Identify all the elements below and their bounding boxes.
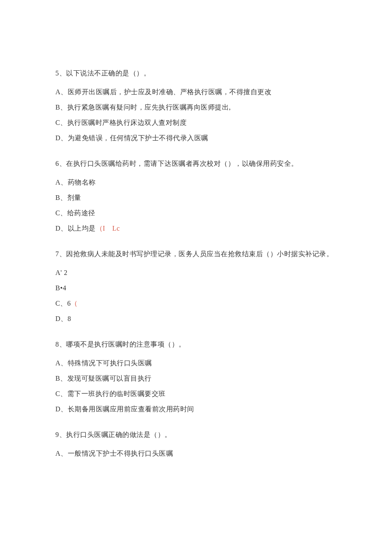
question-stem: 8、哪项不是执行医嘱时的注意事项（）。 [55,339,337,350]
option-a: A、药物名称 [55,177,337,188]
option-d: D、8 [55,314,337,324]
option-c-prefix: C、6 [55,300,71,307]
question-6: 6、在执行口头医嘱给药时，需请下达医嘱者再次校对（），以确保用药安全。 A、药物… [55,159,337,234]
question-8: 8、哪项不是执行医嘱时的注意事项（）。 A、特殊情况下可执行口头医嘱 B、发现可… [55,339,337,414]
option-d: D、长期备用医嘱应用前应查看前次用药时间 [55,404,337,414]
option-d: D、以上均是（I Lc [55,223,337,234]
option-c: C、执行医嘱时严格执行床边双人查对制度 [55,118,337,128]
document-page: 5、以下说法不正确的是（）。 A、医师开出医嘱后，护士应及时准确、严格执行医嘱，… [0,0,392,555]
option-d-prefix: D、以上均是 [55,225,96,232]
option-a: A' 2 [55,268,337,278]
option-a: A、一般情况下护士不得执行口头医嘱 [55,448,337,459]
option-a: A、医师开出医嘱后，护士应及时准确、严格执行医嘱，不得擅自更改 [55,87,337,97]
question-stem: 7、因抢救病人未能及时书写护理记录，医务人员应当在抢救结束后（）小时据实补记录。 [55,249,337,259]
question-stem: 9、执行口头医嘱正确的做法是（）。 [55,430,337,440]
question-7: 7、因抢救病人未能及时书写护理记录，医务人员应当在抢救结束后（）小时据实补记录。… [55,249,337,324]
question-5: 5、以下说法不正确的是（）。 A、医师开出医嘱后，护士应及时准确、严格执行医嘱，… [55,68,337,143]
question-stem: 6、在执行口头医嘱给药时，需请下达医嘱者再次校对（），以确保用药安全。 [55,159,337,169]
option-b: B、发现可疑医嘱可以盲目执行 [55,373,337,384]
option-b: B、执行紧急医嘱有疑问时，应先执行医嘱再向医师提出, [55,102,337,113]
option-c: C、给药途径 [55,208,337,218]
option-c: C、需下一班执行的临时医嘱要交班 [55,389,337,399]
option-c: C、6（ [55,298,337,309]
option-b: B•4 [55,283,337,293]
question-stem: 5、以下说法不正确的是（）。 [55,68,337,78]
option-d: D、为避免错误，任何情况下护士不得代录入医嘱 [55,133,337,143]
question-9: 9、执行口头医嘱正确的做法是（）。 A、一般情况下护士不得执行口头医嘱 [55,430,337,459]
option-d-annotation: （I Lc [96,225,120,232]
option-c-annotation: （ [71,300,78,307]
option-a: A、特殊情况下可执行口头医嘱 [55,358,337,368]
option-b: B、剂量 [55,193,337,203]
